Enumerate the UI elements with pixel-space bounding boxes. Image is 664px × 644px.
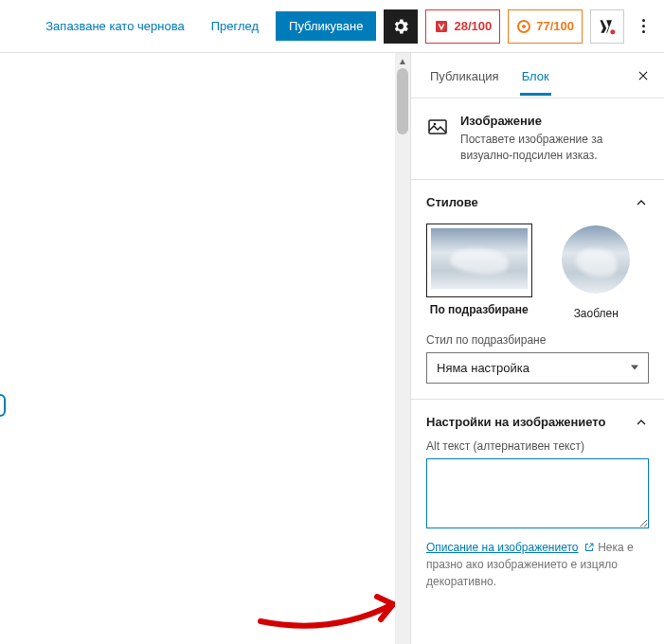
publish-button[interactable]: Публикуване bbox=[276, 11, 376, 41]
editor-canvas[interactable] bbox=[0, 53, 395, 644]
style-option-default[interactable]: По подразбиране bbox=[426, 224, 532, 320]
sidebar-tabs: Публикация Блок bbox=[411, 53, 664, 98]
style-option-rounded[interactable]: Заоблен bbox=[544, 224, 650, 320]
seo-score-badge[interactable]: 28/100 bbox=[425, 9, 500, 44]
svg-point-5 bbox=[434, 123, 437, 126]
styles-panel: Стилове По подразбиране Заоблен bbox=[411, 180, 664, 400]
seo-score-value: 28/100 bbox=[454, 19, 492, 33]
settings-sidebar: Публикация Блок Изображение Поставете из… bbox=[410, 53, 664, 644]
svg-rect-0 bbox=[436, 21, 447, 32]
default-style-label: Стил по подразбиране bbox=[426, 333, 649, 347]
close-icon bbox=[637, 69, 650, 82]
default-style-select[interactable]: Няма настройка bbox=[426, 352, 649, 384]
style-preview-rounded bbox=[544, 224, 650, 295]
editor-topbar: Запазване като чернова Преглед Публикува… bbox=[0, 0, 664, 53]
yoast-icon bbox=[598, 17, 617, 36]
readability-score-value: 77/100 bbox=[536, 19, 574, 33]
image-settings-panel: Настройки на изображението Alt текст (ал… bbox=[411, 400, 664, 605]
image-block-icon bbox=[426, 116, 449, 138]
alt-text-input[interactable] bbox=[426, 458, 649, 528]
chevron-up-icon bbox=[634, 415, 649, 430]
yoast-button[interactable] bbox=[590, 9, 624, 44]
image-settings-heading: Настройки на изображението bbox=[426, 415, 605, 429]
canvas-scrollbar[interactable]: ▲ bbox=[395, 53, 410, 644]
svg-point-2 bbox=[522, 25, 526, 28]
image-description-link[interactable]: Описание на изображението bbox=[426, 541, 579, 554]
settings-button[interactable] bbox=[384, 9, 418, 44]
external-link-icon bbox=[583, 542, 595, 553]
gear-icon bbox=[391, 17, 410, 36]
block-insertion-handle[interactable] bbox=[0, 394, 6, 417]
save-draft-link[interactable]: Запазване като чернова bbox=[36, 13, 193, 39]
block-description: Поставете изображение за визуално-подсил… bbox=[460, 132, 649, 164]
close-sidebar-button[interactable] bbox=[630, 63, 656, 89]
block-title: Изображение bbox=[460, 114, 649, 128]
seo-score-icon bbox=[434, 19, 449, 34]
tab-block[interactable]: Блок bbox=[511, 56, 561, 95]
scroll-up-arrow[interactable]: ▲ bbox=[395, 53, 410, 68]
svg-point-3 bbox=[610, 29, 615, 34]
style-preview-default bbox=[426, 224, 532, 297]
annotation-arrow bbox=[256, 583, 417, 640]
styles-heading: Стилове bbox=[426, 195, 478, 209]
readability-score-icon bbox=[516, 19, 531, 34]
style-label-default: По подразбиране bbox=[426, 303, 532, 316]
preview-link[interactable]: Преглед bbox=[202, 13, 268, 39]
styles-panel-toggle[interactable]: Стилове bbox=[426, 195, 649, 210]
style-label-rounded: Заоблен bbox=[544, 307, 650, 320]
alt-help-text: Описание на изображението Нека е празно … bbox=[426, 539, 649, 590]
alt-text-label: Alt текст (алтернативен текст) bbox=[426, 439, 649, 453]
image-settings-toggle[interactable]: Настройки на изображението bbox=[426, 415, 649, 430]
readability-score-badge[interactable]: 77/100 bbox=[508, 9, 583, 44]
svg-rect-4 bbox=[429, 120, 446, 134]
scrollbar-thumb[interactable] bbox=[397, 68, 408, 134]
more-options-button[interactable] bbox=[632, 9, 655, 44]
block-info-panel: Изображение Поставете изображение за виз… bbox=[411, 98, 664, 180]
tab-post[interactable]: Публикация bbox=[419, 56, 511, 95]
chevron-up-icon bbox=[634, 195, 649, 210]
